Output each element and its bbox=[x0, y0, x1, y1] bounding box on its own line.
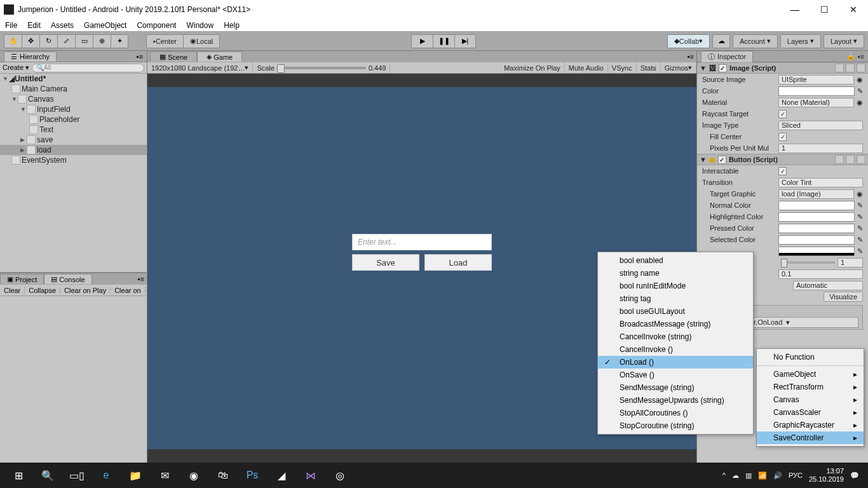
gear-icon[interactable] bbox=[857, 64, 865, 72]
hierarchy-item-load[interactable]: load bbox=[37, 146, 51, 154]
color-multiplier-slider[interactable] bbox=[781, 261, 835, 264]
taskbar-app-mail[interactable]: ✉ bbox=[150, 463, 179, 488]
menu-item[interactable]: Canvas▸ bbox=[757, 393, 864, 406]
material-field[interactable]: None (Material) bbox=[778, 98, 854, 107]
image-color-field[interactable] bbox=[778, 86, 855, 96]
scale-tool-button[interactable]: ⤢ bbox=[57, 34, 75, 48]
interactable-checkbox[interactable]: ✓ bbox=[778, 167, 787, 175]
menu-item[interactable]: bool runInEditMode bbox=[598, 280, 753, 292]
object-picker-icon[interactable]: ◉ bbox=[857, 98, 863, 107]
eyedropper-icon[interactable]: ✎ bbox=[857, 213, 863, 221]
normal-color-field[interactable] bbox=[778, 201, 855, 210]
component-list-popup[interactable]: No Function GameObject▸ RectTransform▸ C… bbox=[756, 348, 864, 447]
custom-tool-button[interactable]: ✦ bbox=[111, 34, 128, 48]
pause-button[interactable]: ❚❚ bbox=[433, 34, 454, 48]
transition-dropdown[interactable]: Color Tint bbox=[778, 178, 863, 187]
panel-options-icon[interactable]: ▪≡ bbox=[135, 275, 147, 283]
project-tab[interactable]: ▣ Project bbox=[0, 274, 44, 284]
start-button[interactable]: ⊞ bbox=[4, 463, 33, 488]
menu-item[interactable]: BroadcastMessage (string) bbox=[598, 318, 753, 330]
menu-item[interactable]: CanvasScaler▸ bbox=[757, 406, 864, 419]
tray-onedrive-icon[interactable]: ☁ bbox=[732, 471, 739, 480]
tray-battery-icon[interactable]: ▥ bbox=[745, 471, 752, 480]
menu-item[interactable]: bool useGUILayout bbox=[598, 305, 753, 318]
highlighted-color-field[interactable] bbox=[778, 212, 855, 222]
menu-item[interactable]: bool enabled bbox=[598, 254, 753, 267]
menu-gameobject[interactable]: GameObject bbox=[84, 21, 126, 30]
minimize-button[interactable]: — bbox=[780, 0, 810, 19]
panel-options-icon[interactable]: ▪≡ bbox=[137, 53, 143, 60]
menu-item[interactable]: RectTransform▸ bbox=[757, 381, 864, 393]
create-dropdown[interactable]: Create ▾ bbox=[3, 64, 29, 72]
play-button[interactable]: ▶ bbox=[411, 34, 433, 48]
hierarchy-item-inputfield[interactable]: InputField bbox=[37, 105, 71, 114]
preset-icon[interactable] bbox=[846, 64, 855, 72]
button-component-header[interactable]: ▼◉ ✓ Button (Script) bbox=[697, 154, 868, 165]
game-load-button[interactable]: Load bbox=[424, 254, 492, 271]
taskbar-app-chrome[interactable]: ◉ bbox=[179, 463, 208, 488]
pressed-color-field[interactable] bbox=[778, 224, 855, 233]
panel-options-icon[interactable]: ▪≡ bbox=[685, 53, 696, 60]
gizmos-dropdown[interactable]: Gizmos ▾ bbox=[661, 62, 696, 73]
eyedropper-icon[interactable]: ✎ bbox=[857, 201, 863, 210]
hand-tool-button[interactable]: ✋ bbox=[4, 34, 22, 48]
console-collapse-toggle[interactable]: Collapse bbox=[25, 287, 60, 294]
taskbar-app-store[interactable]: 🛍 bbox=[208, 463, 238, 488]
lock-icon[interactable]: 🔒 bbox=[846, 52, 855, 60]
menu-item[interactable]: SendMessage (string) bbox=[598, 381, 753, 394]
object-picker-icon[interactable]: ◉ bbox=[857, 76, 863, 84]
menu-item[interactable]: CancelInvoke (string) bbox=[598, 330, 753, 343]
visualize-button[interactable]: Visualize bbox=[824, 292, 863, 302]
console-clear-on-build-toggle[interactable]: Clear on bbox=[111, 287, 146, 294]
menu-window[interactable]: Window bbox=[186, 21, 214, 30]
tray-notifications-icon[interactable]: 💬 bbox=[850, 471, 859, 480]
menu-item[interactable]: GameObject▸ bbox=[757, 368, 864, 381]
function-list-popup[interactable]: bool enabled string name bool runInEditM… bbox=[597, 252, 754, 435]
hierarchy-item-placeholder[interactable]: Placeholder bbox=[39, 115, 79, 124]
hierarchy-item-text[interactable]: Text bbox=[39, 125, 53, 134]
transform-tool-button[interactable]: ⊕ bbox=[93, 34, 111, 48]
source-image-field[interactable]: UISprite bbox=[778, 75, 854, 85]
layers-dropdown[interactable]: Layers ▾ bbox=[780, 34, 821, 48]
close-button[interactable]: ✕ bbox=[839, 0, 868, 19]
preset-icon[interactable] bbox=[846, 155, 855, 164]
stats-toggle[interactable]: Stats bbox=[637, 62, 661, 73]
hierarchy-tree[interactable]: ▼◢Untitled* Main Camera ▼Canvas ▼InputFi… bbox=[0, 74, 147, 272]
navigation-dropdown[interactable]: Automatic bbox=[793, 281, 863, 290]
menu-item[interactable]: OnSave () bbox=[598, 369, 753, 381]
taskbar-app-ps[interactable]: Ps bbox=[238, 463, 267, 488]
selected-color-field[interactable] bbox=[778, 235, 855, 245]
gear-icon[interactable] bbox=[857, 155, 865, 164]
menu-help[interactable]: Help bbox=[224, 21, 240, 30]
taskbar-app-unity[interactable]: ◢ bbox=[267, 463, 296, 488]
menu-item[interactable]: StopCoroutine (string) bbox=[598, 419, 753, 432]
taskview-button[interactable]: ▭▯ bbox=[62, 463, 92, 488]
scene-name[interactable]: Untitled* bbox=[15, 74, 46, 83]
menu-edit[interactable]: Edit bbox=[27, 21, 41, 30]
fillcenter-checkbox[interactable]: ✓ bbox=[778, 133, 787, 141]
menu-file[interactable]: File bbox=[5, 21, 17, 30]
fade-duration-field[interactable]: 0.1 bbox=[778, 269, 863, 279]
maximize-button[interactable]: ☐ bbox=[810, 0, 839, 19]
tray-language[interactable]: РУС bbox=[789, 471, 803, 479]
eyedropper-icon[interactable]: ✎ bbox=[857, 87, 863, 95]
console-body[interactable] bbox=[0, 296, 147, 463]
menu-component[interactable]: Component bbox=[137, 21, 176, 30]
eyedropper-icon[interactable]: ✎ bbox=[857, 247, 863, 255]
menu-item[interactable]: string name bbox=[598, 267, 753, 280]
image-component-header[interactable]: ▼🖼 ✓ Image (Script) bbox=[697, 62, 868, 74]
pivot-local-button[interactable]: ◉ Local bbox=[183, 34, 220, 48]
target-graphic-field[interactable]: load (Image) bbox=[778, 189, 854, 199]
eyedropper-icon[interactable]: ✎ bbox=[857, 236, 863, 244]
help-icon[interactable] bbox=[835, 64, 844, 72]
taskbar-app-edge[interactable]: e bbox=[92, 463, 121, 488]
taskbar-app-obs[interactable]: ◎ bbox=[325, 463, 355, 488]
hierarchy-item-eventsystem[interactable]: EventSystem bbox=[22, 156, 67, 165]
pivot-center-button[interactable]: ▪ Center bbox=[146, 34, 183, 48]
tray-expand-icon[interactable]: ^ bbox=[722, 471, 726, 479]
taskbar-app-vs[interactable]: ⋈ bbox=[296, 463, 325, 488]
move-tool-button[interactable]: ✥ bbox=[22, 34, 39, 48]
menu-item-savecontroller[interactable]: SaveController▸ bbox=[757, 431, 864, 444]
console-tab[interactable]: ▤ Console bbox=[44, 274, 92, 284]
account-dropdown[interactable]: Account ▾ bbox=[733, 34, 778, 48]
